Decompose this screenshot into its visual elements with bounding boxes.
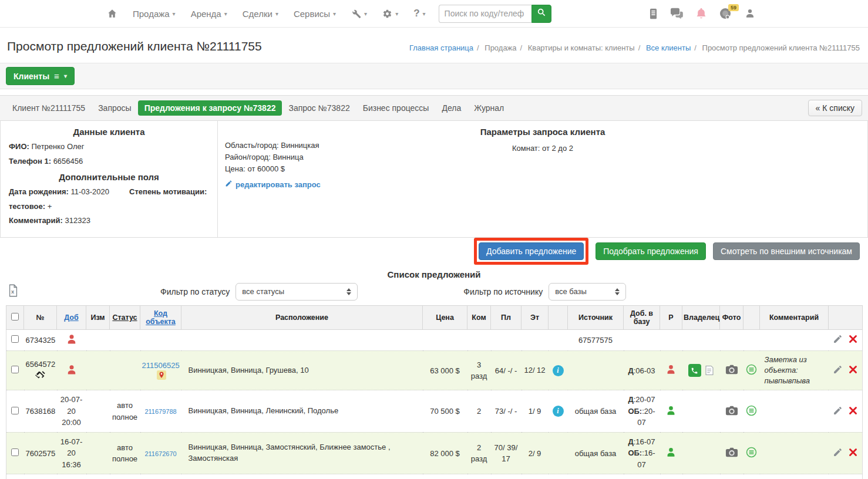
add-offer-button[interactable]: Добавить предложение xyxy=(479,242,584,260)
help-menu[interactable]: ? ▾ xyxy=(413,8,425,19)
caret-down-icon: ▾ xyxy=(333,11,336,17)
tab-request[interactable]: Запрос №73822 xyxy=(282,100,356,116)
col-added-sort[interactable]: Доб xyxy=(57,305,86,329)
excel-export-icon[interactable]: x xyxy=(8,284,18,299)
nav-item-services[interactable]: Сервисы ▾ xyxy=(294,9,336,19)
related-list-icon[interactable] xyxy=(746,364,757,375)
select-arrows-icon xyxy=(346,288,351,295)
row-checkbox[interactable] xyxy=(11,407,19,414)
notifications-bell-icon[interactable] xyxy=(695,7,707,20)
photo-camera-icon[interactable] xyxy=(725,365,738,375)
offer-location: Винницкая, Винница, Грушева, 10 xyxy=(181,350,423,390)
status-filter-label: Фильтр по статусу xyxy=(160,287,230,296)
red-person-icon[interactable] xyxy=(66,333,78,345)
offer-rooms: 2 разд xyxy=(467,474,491,479)
object-code-link[interactable]: 211506525 xyxy=(142,361,180,370)
messages-icon[interactable] xyxy=(669,8,684,19)
col-status-sort[interactable]: Статус xyxy=(110,305,140,329)
offer-location: Винницкая, Винница, Ленинский, Подолье xyxy=(181,390,423,433)
photo-camera-icon[interactable] xyxy=(725,447,738,457)
object-code-link[interactable]: 211679788 xyxy=(144,408,176,415)
phone-value: 6656456 xyxy=(53,157,83,166)
note-document-icon[interactable] xyxy=(705,365,714,376)
edit-offer-icon[interactable] xyxy=(833,406,843,416)
delete-offer-icon[interactable] xyxy=(849,335,857,343)
phone-icon[interactable] xyxy=(688,364,701,377)
red-person-icon[interactable] xyxy=(66,364,78,376)
search-box xyxy=(439,5,551,23)
tools-menu[interactable]: ▾ xyxy=(351,9,367,19)
hamburger-icon: ≡ xyxy=(54,71,59,81)
nav-item-rent[interactable]: Аренда ▾ xyxy=(191,9,227,19)
table-row: 6734325 67577575 xyxy=(6,329,863,350)
edit-offer-icon[interactable] xyxy=(833,334,843,344)
tab-requests[interactable]: Запросы xyxy=(92,100,137,116)
table-row: 7602575 16-07-20 16:36 авто полное 21167… xyxy=(6,432,863,474)
red-person-icon[interactable] xyxy=(665,364,677,375)
source-filter-select[interactable]: все базы xyxy=(549,283,626,301)
map-marker-icon[interactable] xyxy=(157,370,166,380)
external-sources-button[interactable]: Смотреть по внешним источникам xyxy=(713,242,860,260)
user-profile-icon[interactable] xyxy=(745,8,755,19)
related-list-icon[interactable] xyxy=(746,447,757,458)
col-object-code-sort[interactable]: Код объекта xyxy=(140,305,181,329)
clients-menu-button[interactable]: Клиенты ≡ ▾ xyxy=(6,67,75,85)
tab-business-processes[interactable]: Бизнес процессы xyxy=(356,100,436,116)
request-params-section: Параметры запроса клиента Комнат: от 2 д… xyxy=(218,121,867,237)
settings-menu[interactable]: ▾ xyxy=(382,9,398,19)
delete-offer-icon[interactable] xyxy=(849,365,857,374)
row-checkbox[interactable] xyxy=(11,448,19,456)
row-checkbox[interactable] xyxy=(11,335,19,343)
select-arrows-icon xyxy=(615,288,620,295)
search-input[interactable] xyxy=(439,5,531,23)
select-all-checkbox[interactable] xyxy=(11,313,19,321)
object-code-link[interactable]: 211672670 xyxy=(144,450,176,457)
info-icon[interactable]: i xyxy=(553,406,564,417)
nav-item-deals[interactable]: Сделки ▾ xyxy=(243,9,278,19)
journal-icon[interactable] xyxy=(649,8,658,19)
extra-fields-title: Дополнительные поля xyxy=(9,172,209,182)
wrench-icon xyxy=(351,9,361,19)
delete-offer-icon[interactable] xyxy=(849,448,857,457)
back-to-list-button[interactable]: « К списку xyxy=(808,100,862,116)
svg-text:x: x xyxy=(11,289,15,295)
offer-source: общая база xyxy=(568,432,624,474)
delete-offer-icon[interactable] xyxy=(849,406,857,415)
search-button[interactable] xyxy=(531,5,551,23)
birth-value: 11-03-2020 xyxy=(71,187,110,196)
breadcrumb-home[interactable]: Главная страница xyxy=(409,43,473,52)
green-person-icon[interactable] xyxy=(665,405,677,416)
green-person-icon[interactable] xyxy=(665,447,677,458)
col-modified: Изм xyxy=(86,305,110,329)
info-icon[interactable]: i xyxy=(553,365,564,376)
highlight-annotation: Добавить предложение xyxy=(474,238,588,265)
page-title: Просмотр предложений клиента №21111755 xyxy=(7,39,262,53)
tab-tasks[interactable]: Дела xyxy=(435,100,467,116)
row-checkbox[interactable] xyxy=(11,366,19,373)
handshake-icon[interactable] xyxy=(35,370,46,379)
col-floor: Эт xyxy=(522,305,549,329)
district-param: Район/город: Винница xyxy=(225,151,321,163)
offer-source: 67577575 xyxy=(568,329,624,350)
related-list-icon[interactable] xyxy=(746,405,757,416)
breadcrumb-all-clients[interactable]: Все клиенты xyxy=(646,43,691,52)
photo-camera-icon[interactable] xyxy=(725,406,738,416)
match-offers-button[interactable]: Подобрать предложения xyxy=(596,242,706,260)
tab-journal[interactable]: Журнал xyxy=(467,100,510,116)
clients-toolbar: Клиенты ≡ ▾ xyxy=(0,63,868,89)
added-d-label: Д xyxy=(628,437,633,446)
home-icon[interactable] xyxy=(107,8,117,19)
tab-client[interactable]: Клиент №21111755 xyxy=(6,100,92,116)
edit-offer-icon[interactable] xyxy=(833,365,843,375)
offer-area: 78/ -/ 26 xyxy=(491,474,522,479)
edit-request-link[interactable]: редактировать запрос xyxy=(225,179,321,191)
balance-coins-icon[interactable]: 59 xyxy=(719,6,733,21)
offer-location: Винницкая, Винница, Ленинский, Свердловс… xyxy=(181,474,423,479)
status-filter-select[interactable]: все статусы xyxy=(235,283,358,301)
tab-offers-active[interactable]: Предложения к запросу №73822 xyxy=(138,100,282,116)
edit-offer-icon[interactable] xyxy=(833,447,843,457)
added-d-label: Д xyxy=(628,395,633,404)
nav-item-sales[interactable]: Продажа ▾ xyxy=(133,9,176,19)
offer-status: авто полное xyxy=(110,432,140,474)
caret-down-icon: ▾ xyxy=(173,11,176,17)
